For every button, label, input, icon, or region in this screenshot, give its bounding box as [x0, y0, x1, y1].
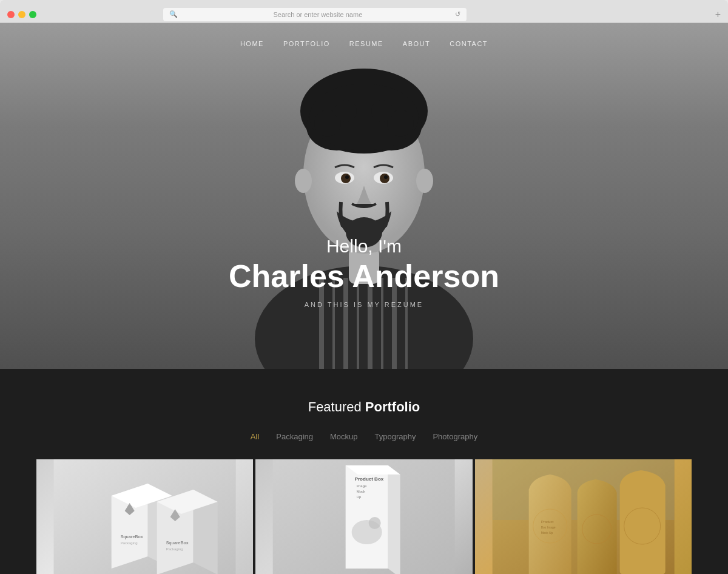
svg-point-51 [369, 517, 381, 529]
svg-point-18 [371, 100, 393, 122]
hero-section: HOME PORTFOLIO RESUME ABOUT CONTACT Hell… [0, 23, 728, 369]
svg-text:SquareBox: SquareBox [121, 535, 143, 539]
search-icon: 🔍 [169, 10, 178, 18]
hero-name: Charles Anderson [229, 259, 499, 294]
hero-subtitle: AND THIS IS MY REZUME [229, 301, 499, 308]
nav-item-portfolio[interactable]: PORTFOLIO [283, 40, 330, 47]
filter-all[interactable]: All [251, 432, 259, 441]
svg-point-17 [335, 100, 357, 122]
new-tab-button[interactable]: + [715, 9, 721, 20]
nav-item-home[interactable]: HOME [240, 40, 264, 47]
nav-item-contact[interactable]: CONTACT [450, 40, 488, 47]
main-nav: HOME PORTFOLIO RESUME ABOUT CONTACT [240, 23, 488, 47]
svg-marker-44 [388, 465, 400, 574]
svg-text:Box Image: Box Image [541, 525, 555, 529]
hero-text-block: Hello, I'm Charles Anderson AND THIS IS … [229, 236, 499, 369]
minimize-button[interactable] [18, 11, 25, 18]
svg-text:Packaging: Packaging [166, 547, 183, 551]
filter-packaging[interactable]: Packaging [276, 432, 313, 441]
svg-text:Up: Up [357, 495, 362, 499]
portfolio-grid: SquareBox Packaging SquareBox Packaging [0, 459, 728, 574]
nav-item-resume[interactable]: RESUME [349, 40, 383, 47]
portfolio-title-prefix: Featured [308, 399, 365, 414]
portfolio-title: Featured Portfolio [0, 399, 728, 415]
svg-text:Mock Up: Mock Up [541, 531, 553, 535]
hero-greeting: Hello, I'm [229, 236, 499, 257]
portfolio-title-bold: Portfolio [365, 399, 420, 414]
svg-text:Product Box: Product Box [355, 476, 384, 482]
portfolio-item-1[interactable]: SquareBox Packaging SquareBox Packaging [36, 459, 253, 574]
refresh-icon[interactable]: ↺ [455, 10, 460, 18]
svg-text:SquareBox: SquareBox [166, 541, 189, 545]
address-bar-placeholder: Search or enter website name [181, 11, 455, 18]
traffic-lights [7, 11, 36, 18]
address-bar[interactable]: 🔍 Search or enter website name ↺ [163, 8, 467, 21]
svg-text:Image: Image [357, 484, 367, 488]
svg-text:Packaging: Packaging [121, 541, 138, 545]
svg-text:Mock: Mock [357, 490, 366, 493]
svg-point-26 [295, 169, 312, 193]
portfolio-section: Featured Portfolio All Packaging Mockup … [0, 369, 728, 574]
browser-chrome: 🔍 Search or enter website name ↺ + [0, 0, 728, 23]
portfolio-filters: All Packaging Mockup Typography Photogra… [0, 432, 728, 441]
filter-mockup[interactable]: Mockup [330, 432, 358, 441]
svg-point-27 [416, 169, 433, 193]
nav-item-about[interactable]: ABOUT [403, 40, 430, 47]
filter-typography[interactable]: Typography [375, 432, 416, 441]
website-content: HOME PORTFOLIO RESUME ABOUT CONTACT Hell… [0, 23, 728, 574]
portfolio-item-3[interactable]: Product Box Image Mock Up [475, 459, 692, 574]
svg-point-24 [384, 175, 388, 179]
filter-photography[interactable]: Photography [433, 432, 477, 441]
svg-point-23 [345, 175, 349, 179]
fullscreen-button[interactable] [29, 11, 36, 18]
portfolio-item-2[interactable]: Product Box Image Mock Up [255, 459, 472, 574]
svg-text:Product: Product [541, 520, 553, 524]
close-button[interactable] [7, 11, 15, 18]
